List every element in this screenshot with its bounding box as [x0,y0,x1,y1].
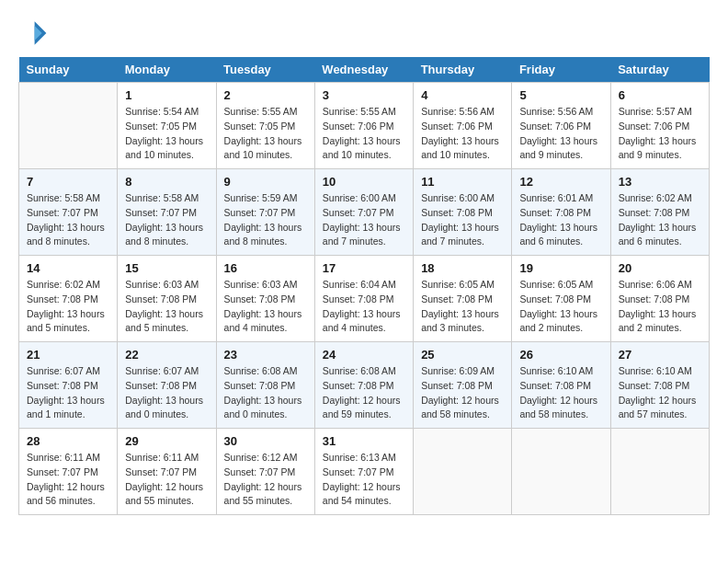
day-info: Sunrise: 5:56 AM Sunset: 7:06 PM Dayligh… [519,105,602,163]
day-info: Sunrise: 5:55 AM Sunset: 7:05 PM Dayligh… [224,105,307,163]
day-number: 5 [519,88,602,102]
day-number: 30 [224,434,307,448]
day-info: Sunrise: 6:03 AM Sunset: 7:08 PM Dayligh… [224,278,307,336]
day-number: 16 [224,261,307,275]
day-number: 24 [323,348,405,362]
day-info: Sunrise: 5:54 AM Sunset: 7:05 PM Dayligh… [125,105,208,163]
day-info: Sunrise: 6:08 AM Sunset: 7:08 PM Dayligh… [323,364,405,422]
day-info: Sunrise: 6:05 AM Sunset: 7:08 PM Dayligh… [519,278,602,336]
calendar-week-row: 1Sunrise: 5:54 AM Sunset: 7:05 PM Daylig… [19,83,710,169]
day-info: Sunrise: 5:58 AM Sunset: 7:07 PM Dayligh… [125,191,208,249]
calendar-cell: 13Sunrise: 6:02 AM Sunset: 7:08 PM Dayli… [610,169,709,256]
day-info: Sunrise: 6:10 AM Sunset: 7:08 PM Dayligh… [519,364,602,422]
day-info: Sunrise: 5:59 AM Sunset: 7:07 PM Dayligh… [224,191,307,249]
calendar-cell: 4Sunrise: 5:56 AM Sunset: 7:06 PM Daylig… [414,83,512,169]
day-info: Sunrise: 6:03 AM Sunset: 7:08 PM Dayligh… [125,278,208,336]
day-info: Sunrise: 6:07 AM Sunset: 7:08 PM Dayligh… [27,364,109,422]
calendar-cell: 30Sunrise: 6:12 AM Sunset: 7:07 PM Dayli… [216,429,314,515]
day-number: 14 [27,261,109,275]
day-number: 10 [323,175,405,189]
calendar-body: 1Sunrise: 5:54 AM Sunset: 7:05 PM Daylig… [19,83,710,515]
day-number: 7 [27,175,109,189]
calendar-cell: 19Sunrise: 6:05 AM Sunset: 7:08 PM Dayli… [512,256,610,342]
day-info: Sunrise: 6:13 AM Sunset: 7:07 PM Dayligh… [323,451,405,509]
day-number: 23 [224,348,307,362]
day-info: Sunrise: 6:07 AM Sunset: 7:08 PM Dayligh… [125,364,208,422]
day-header-sunday: Sunday [19,57,118,83]
day-info: Sunrise: 6:09 AM Sunset: 7:08 PM Dayligh… [421,364,504,422]
day-info: Sunrise: 6:12 AM Sunset: 7:07 PM Dayligh… [224,451,307,509]
day-number: 25 [421,348,504,362]
day-number: 22 [125,348,208,362]
day-number: 20 [619,261,701,275]
calendar-cell: 18Sunrise: 6:05 AM Sunset: 7:08 PM Dayli… [414,256,512,342]
day-header-tuesday: Tuesday [216,57,314,83]
calendar-cell: 23Sunrise: 6:08 AM Sunset: 7:08 PM Dayli… [216,342,314,429]
day-number: 2 [224,88,307,102]
calendar-cell: 26Sunrise: 6:10 AM Sunset: 7:08 PM Dayli… [512,342,610,429]
calendar-cell: 22Sunrise: 6:07 AM Sunset: 7:08 PM Dayli… [118,342,216,429]
calendar-cell: 10Sunrise: 6:00 AM Sunset: 7:07 PM Dayli… [314,169,413,256]
day-number: 6 [619,88,701,102]
calendar-cell [414,429,512,515]
calendar-cell: 14Sunrise: 6:02 AM Sunset: 7:08 PM Dayli… [19,256,118,342]
calendar-cell: 12Sunrise: 6:01 AM Sunset: 7:08 PM Dayli… [512,169,610,256]
day-number: 31 [323,434,405,448]
calendar-cell: 31Sunrise: 6:13 AM Sunset: 7:07 PM Dayli… [314,429,413,515]
day-number: 12 [519,175,602,189]
calendar-cell: 17Sunrise: 6:04 AM Sunset: 7:08 PM Dayli… [314,256,413,342]
day-number: 27 [619,348,701,362]
calendar-cell: 9Sunrise: 5:59 AM Sunset: 7:07 PM Daylig… [216,169,314,256]
day-number: 3 [323,88,405,102]
calendar-cell: 1Sunrise: 5:54 AM Sunset: 7:05 PM Daylig… [118,83,216,169]
logo-icon [18,18,48,48]
calendar-week-row: 28Sunrise: 6:11 AM Sunset: 7:07 PM Dayli… [19,429,710,515]
calendar-cell: 7Sunrise: 5:58 AM Sunset: 7:07 PM Daylig… [19,169,118,256]
day-number: 18 [421,261,504,275]
day-header-saturday: Saturday [610,57,709,83]
day-info: Sunrise: 6:04 AM Sunset: 7:08 PM Dayligh… [323,278,405,336]
calendar-cell: 6Sunrise: 5:57 AM Sunset: 7:06 PM Daylig… [610,83,709,169]
day-info: Sunrise: 6:11 AM Sunset: 7:07 PM Dayligh… [27,451,109,509]
calendar-cell: 29Sunrise: 6:11 AM Sunset: 7:07 PM Dayli… [118,429,216,515]
day-header-monday: Monday [118,57,216,83]
day-number: 19 [519,261,602,275]
day-info: Sunrise: 6:05 AM Sunset: 7:08 PM Dayligh… [421,278,504,336]
calendar-cell: 15Sunrise: 6:03 AM Sunset: 7:08 PM Dayli… [118,256,216,342]
day-info: Sunrise: 5:56 AM Sunset: 7:06 PM Dayligh… [421,105,504,163]
day-header-friday: Friday [512,57,610,83]
calendar-week-row: 14Sunrise: 6:02 AM Sunset: 7:08 PM Dayli… [19,256,710,342]
day-number: 9 [224,175,307,189]
day-number: 28 [27,434,109,448]
day-info: Sunrise: 6:10 AM Sunset: 7:08 PM Dayligh… [619,364,701,422]
day-info: Sunrise: 5:58 AM Sunset: 7:07 PM Dayligh… [27,191,109,249]
calendar-cell: 5Sunrise: 5:56 AM Sunset: 7:06 PM Daylig… [512,83,610,169]
calendar-cell: 24Sunrise: 6:08 AM Sunset: 7:08 PM Dayli… [314,342,413,429]
calendar-cell: 8Sunrise: 5:58 AM Sunset: 7:07 PM Daylig… [118,169,216,256]
calendar-header-row: SundayMondayTuesdayWednesdayThursdayFrid… [19,57,710,83]
day-info: Sunrise: 5:55 AM Sunset: 7:06 PM Dayligh… [323,105,405,163]
day-info: Sunrise: 6:02 AM Sunset: 7:08 PM Dayligh… [619,191,701,249]
day-number: 21 [27,348,109,362]
calendar-week-row: 7Sunrise: 5:58 AM Sunset: 7:07 PM Daylig… [19,169,710,256]
day-number: 11 [421,175,504,189]
day-info: Sunrise: 6:01 AM Sunset: 7:08 PM Dayligh… [519,191,602,249]
day-number: 1 [125,88,208,102]
calendar-cell [610,429,709,515]
page-header [18,18,710,48]
day-header-thursday: Thursday [414,57,512,83]
day-info: Sunrise: 6:00 AM Sunset: 7:07 PM Dayligh… [323,191,405,249]
calendar-week-row: 21Sunrise: 6:07 AM Sunset: 7:08 PM Dayli… [19,342,710,429]
day-info: Sunrise: 6:11 AM Sunset: 7:07 PM Dayligh… [125,451,208,509]
calendar-table: SundayMondayTuesdayWednesdayThursdayFrid… [18,57,710,515]
calendar-cell: 16Sunrise: 6:03 AM Sunset: 7:08 PM Dayli… [216,256,314,342]
logo [18,18,51,48]
day-number: 13 [619,175,701,189]
calendar-cell [19,83,118,169]
day-number: 17 [323,261,405,275]
calendar-cell: 3Sunrise: 5:55 AM Sunset: 7:06 PM Daylig… [314,83,413,169]
calendar-cell: 2Sunrise: 5:55 AM Sunset: 7:05 PM Daylig… [216,83,314,169]
day-info: Sunrise: 6:08 AM Sunset: 7:08 PM Dayligh… [224,364,307,422]
calendar-cell: 27Sunrise: 6:10 AM Sunset: 7:08 PM Dayli… [610,342,709,429]
calendar-cell: 20Sunrise: 6:06 AM Sunset: 7:08 PM Dayli… [610,256,709,342]
